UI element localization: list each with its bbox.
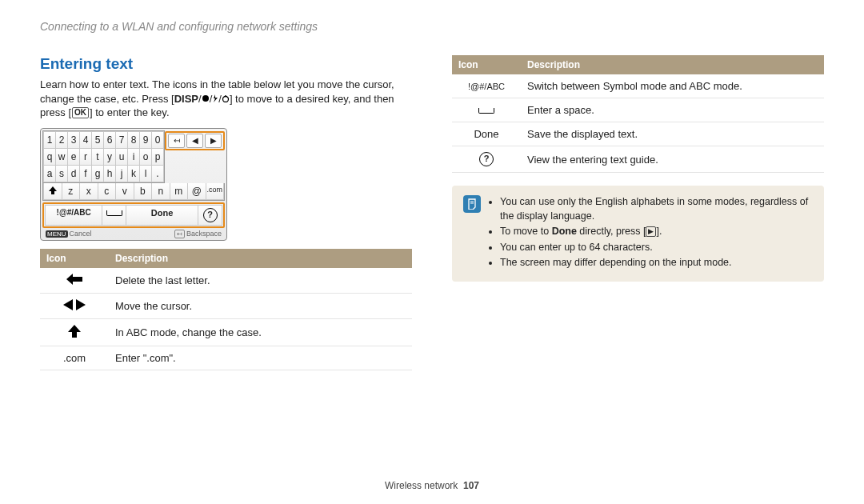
desc-cell: Save the displayed text. — [521, 122, 824, 146]
key[interactable]: 2 — [56, 132, 67, 148]
help-key[interactable]: ? — [198, 206, 222, 225]
key[interactable]: @ — [188, 183, 206, 199]
shift-icon — [40, 318, 109, 346]
svg-marker-8 — [68, 325, 81, 338]
key[interactable]: h — [104, 166, 115, 182]
keyboard-grid: 1234567890 qwertyuiop asdfghjkl. — [42, 130, 165, 183]
table-row: .com Enter ".com". — [40, 346, 412, 370]
table-row: In ABC mode, change the case. — [40, 318, 412, 346]
key[interactable]: a — [44, 166, 55, 182]
key[interactable]: 5 — [92, 132, 103, 148]
cancel-label: Cancel — [70, 230, 92, 238]
key[interactable]: l — [140, 166, 151, 182]
help-icon: ? — [452, 146, 521, 173]
note-list: You can use only the English alphabets i… — [489, 195, 813, 272]
key[interactable]: i — [128, 149, 139, 165]
key[interactable]: k — [128, 166, 139, 182]
key[interactable]: j — [116, 166, 127, 182]
shift-key[interactable] — [44, 183, 62, 199]
table-row: Delete the last letter. — [40, 268, 412, 294]
key[interactable]: y — [104, 149, 115, 165]
nav-keys-highlight: ↤ ◀ ▶ — [165, 131, 225, 150]
com-key[interactable]: .com — [206, 183, 224, 199]
svg-marker-6 — [63, 299, 73, 310]
key[interactable]: 7 — [116, 132, 127, 148]
key[interactable]: s — [56, 166, 67, 182]
key[interactable]: . — [152, 166, 163, 182]
key[interactable]: x — [80, 183, 98, 199]
footer-section: Wireless network — [385, 480, 458, 491]
table-row: !@#/ABC Switch between Symbol mode and A… — [452, 74, 824, 98]
table-header-icon: Icon — [452, 55, 521, 74]
key[interactable]: g — [92, 166, 103, 182]
key[interactable]: u — [116, 149, 127, 165]
key[interactable]: w — [56, 149, 67, 165]
backspace-label: Backspace — [186, 230, 222, 238]
bolt-icon — [212, 94, 218, 102]
backspace-key[interactable]: ↤ — [168, 134, 185, 148]
desc-cell: In ABC mode, change the case. — [109, 318, 412, 346]
svg-marker-5 — [66, 274, 82, 285]
key[interactable]: 8 — [128, 132, 139, 148]
space-key[interactable] — [102, 206, 126, 225]
space-icon — [452, 98, 521, 122]
key[interactable]: 4 — [80, 132, 91, 148]
key[interactable]: 1 — [44, 132, 55, 148]
done-icon: Done — [452, 122, 521, 146]
key[interactable]: o — [140, 149, 151, 165]
right-column: Icon Description !@#/ABC Switch between … — [452, 55, 824, 370]
note-box: You can use only the English alphabets i… — [452, 186, 824, 282]
ok-icon: OK — [72, 107, 89, 118]
section-title: Entering text — [40, 55, 412, 73]
backspace-icon: ↤ — [174, 230, 185, 238]
move-cursor-icon — [40, 293, 109, 318]
desc-cell: Enter a space. — [521, 98, 824, 122]
key[interactable]: m — [170, 183, 188, 199]
note-item: To move to Done directly, press [▶]. — [500, 225, 813, 239]
svg-point-0 — [202, 95, 209, 102]
done-key[interactable]: Done — [126, 206, 198, 225]
keyboard-footer: MENUCancel ↤Backspace — [42, 228, 225, 238]
table-row: Move the cursor. — [40, 293, 412, 318]
desc-cell: Enter ".com". — [109, 346, 412, 370]
breadcrumb: Connecting to a WLAN and configuring net… — [40, 20, 824, 33]
intro-text: Learn how to enter text. The icons in th… — [40, 78, 412, 120]
table-row: Done Save the displayed text. — [452, 122, 824, 146]
key[interactable]: 9 — [140, 132, 151, 148]
key[interactable]: f — [80, 166, 91, 182]
cursor-right-key[interactable]: ▶ — [205, 134, 222, 148]
backspace-arrow-icon — [40, 268, 109, 294]
key[interactable]: p — [152, 149, 163, 165]
symbol-mode-key[interactable]: !@#/ABC — [46, 206, 102, 225]
key[interactable]: d — [68, 166, 79, 182]
menu-icon: MENU — [46, 230, 68, 238]
key[interactable]: n — [152, 183, 170, 199]
table-row: Enter a space. — [452, 98, 824, 122]
key[interactable]: e — [68, 149, 79, 165]
com-icon: .com — [40, 346, 109, 370]
svg-marker-4 — [49, 186, 57, 194]
keyboard-row4: zxcvbnm@ .com — [42, 183, 225, 201]
desc-cell: Delete the last letter. — [109, 268, 412, 294]
disp-label: DISP — [174, 93, 198, 105]
page-number: 107 — [463, 480, 479, 491]
svg-point-2 — [222, 96, 228, 102]
key[interactable]: b — [134, 183, 152, 199]
note-item: The screen may differ depending on the i… — [500, 256, 813, 270]
key[interactable]: t — [92, 149, 103, 165]
key[interactable]: 0 — [152, 132, 163, 148]
key[interactable]: 6 — [104, 132, 115, 148]
table-header-desc: Description — [109, 249, 412, 268]
key[interactable]: v — [116, 183, 134, 199]
key[interactable]: z — [62, 183, 80, 199]
key[interactable]: c — [98, 183, 116, 199]
key[interactable]: q — [44, 149, 55, 165]
note-icon — [463, 195, 481, 213]
key[interactable]: 3 — [68, 132, 79, 148]
cursor-left-key[interactable]: ◀ — [186, 134, 203, 148]
table-header-desc: Description — [521, 55, 824, 74]
note-item: You can enter up to 64 characters. — [500, 241, 813, 255]
intro-part3: ] to enter the key. — [90, 106, 169, 118]
key[interactable]: r — [80, 149, 91, 165]
desc-cell: Move the cursor. — [109, 293, 412, 318]
